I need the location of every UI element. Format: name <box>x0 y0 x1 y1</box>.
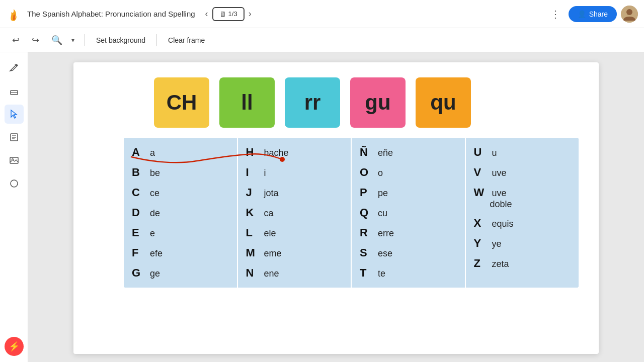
share-label: Share <box>589 10 608 18</box>
letter-row-y: Y ye <box>472 234 573 253</box>
shape-tool[interactable] <box>5 174 24 193</box>
name-j: jota <box>264 188 279 199</box>
name-q: cu <box>378 208 387 219</box>
letter-d: D <box>132 206 146 219</box>
monitor-icon: 🖥 <box>219 10 226 18</box>
letter-row-s: S ese <box>358 243 459 262</box>
card-gu: gu <box>350 77 406 128</box>
topbar-right: ⋮ 👤 Share <box>546 6 638 23</box>
letter-t: T <box>360 266 374 280</box>
zoom-dropdown-button[interactable]: ▾ <box>67 34 78 46</box>
card-ll-label: ll <box>241 90 253 115</box>
letter-row-w2: doble <box>472 199 573 213</box>
letter-b: B <box>132 166 146 179</box>
letter-q: Q <box>360 206 374 219</box>
zoom-button[interactable]: 🔍 <box>47 32 66 48</box>
svg-point-1 <box>626 9 632 15</box>
toolbar-divider-2 <box>156 34 157 46</box>
letter-j: J <box>246 186 260 199</box>
toolbar-divider <box>85 34 85 46</box>
note-tool[interactable] <box>5 128 24 147</box>
letter-row-n: N ene <box>244 263 345 283</box>
name-n: ene <box>264 268 279 279</box>
letter-l: L <box>246 226 260 239</box>
name-g: ge <box>150 268 160 279</box>
letter-row-f: F efe <box>130 243 231 262</box>
alphabet-column-3: Ñ eñe O o P pe Q cu <box>352 138 466 288</box>
letter-p: P <box>360 186 374 199</box>
pen-tool[interactable] <box>5 58 24 77</box>
name-v: uve <box>492 168 507 178</box>
card-rr-label: rr <box>304 90 321 115</box>
eraser-tool[interactable] <box>5 81 24 101</box>
redo-button[interactable]: ↪ <box>28 32 43 48</box>
letter-row-o: O o <box>358 163 459 182</box>
name-y: ye <box>492 239 502 249</box>
card-qu: qu <box>416 77 471 128</box>
letter-row-d: D de <box>130 203 231 222</box>
slide-canvas: CH ll rr gu qu <box>73 62 599 354</box>
letter-a: A <box>132 146 146 159</box>
name-p: pe <box>378 188 388 199</box>
alphabet-grid: A a B be C ce D de <box>124 138 579 288</box>
share-icon: 👤 <box>578 10 586 18</box>
slide-indicator: 🖥 1/3 <box>212 7 245 21</box>
slide-count: 1/3 <box>228 10 237 18</box>
name-nn: eñe <box>378 148 393 158</box>
letter-row-x: X equis <box>472 214 573 233</box>
image-tool[interactable] <box>5 151 24 170</box>
name-o: o <box>378 168 383 178</box>
letter-row-c: C ce <box>130 183 231 202</box>
app-logo <box>6 6 22 22</box>
zoom-control: 🔍 ▾ <box>47 32 78 48</box>
document-title: The Spanish Alphabet: Pronunciation and … <box>27 10 195 18</box>
next-slide-button[interactable]: › <box>245 7 256 21</box>
letter-row-t: T te <box>358 263 459 283</box>
more-options-button[interactable]: ⋮ <box>546 6 565 22</box>
user-avatar[interactable] <box>621 6 638 23</box>
svg-point-10 <box>11 180 18 187</box>
letter-row-g: G ge <box>130 263 231 283</box>
letter-row-j: J jota <box>244 183 345 202</box>
letter-row-u: U u <box>472 143 573 162</box>
letter-row-r: R erre <box>358 223 459 242</box>
alphabet-column-4: U u V uve W uve doble X <box>466 138 579 288</box>
letter-row-p: P pe <box>358 183 459 202</box>
letter-u: U <box>474 146 488 159</box>
card-qu-label: qu <box>430 90 456 115</box>
svg-rect-8 <box>10 157 18 163</box>
name-a: a <box>150 148 155 158</box>
alphabet-column-1: A a B be C ce D de <box>124 138 238 288</box>
letter-h: H <box>246 146 260 159</box>
card-gu-label: gu <box>365 90 390 115</box>
name-x: equis <box>492 219 514 229</box>
undo-button[interactable]: ↩ <box>8 32 24 48</box>
letter-row-i: I i <box>244 163 345 182</box>
letter-k: K <box>246 206 260 219</box>
card-ch-label: CH <box>167 90 197 115</box>
letter-row-m: M eme <box>244 243 345 262</box>
select-tool[interactable] <box>5 105 24 124</box>
letter-o: O <box>360 166 374 179</box>
card-rr: rr <box>285 77 340 128</box>
name-s: ese <box>378 248 392 259</box>
letter-row-q: Q cu <box>358 203 459 222</box>
flash-button[interactable]: ⚡ <box>5 337 24 356</box>
set-background-button[interactable]: Set background <box>91 34 150 47</box>
letter-c: C <box>132 186 146 199</box>
clear-frame-button[interactable]: Clear frame <box>163 34 210 47</box>
alphabet-column-2: H hache I i J jota K ca <box>238 138 352 288</box>
name-l: ele <box>264 228 276 239</box>
letter-s: S <box>360 246 374 259</box>
letter-row-v: V uve <box>472 163 573 182</box>
letter-row-l: L ele <box>244 223 345 242</box>
letter-m: M <box>246 246 260 259</box>
share-button[interactable]: 👤 Share <box>569 6 617 22</box>
letter-row-h: H hache <box>244 143 345 162</box>
name-u: u <box>492 148 497 158</box>
letter-row-a: A a <box>130 143 231 162</box>
name-e: e <box>150 228 155 239</box>
letter-row-nn: Ñ eñe <box>358 143 459 162</box>
letter-row-e: E e <box>130 223 231 242</box>
prev-slide-button[interactable]: ‹ <box>201 7 212 21</box>
